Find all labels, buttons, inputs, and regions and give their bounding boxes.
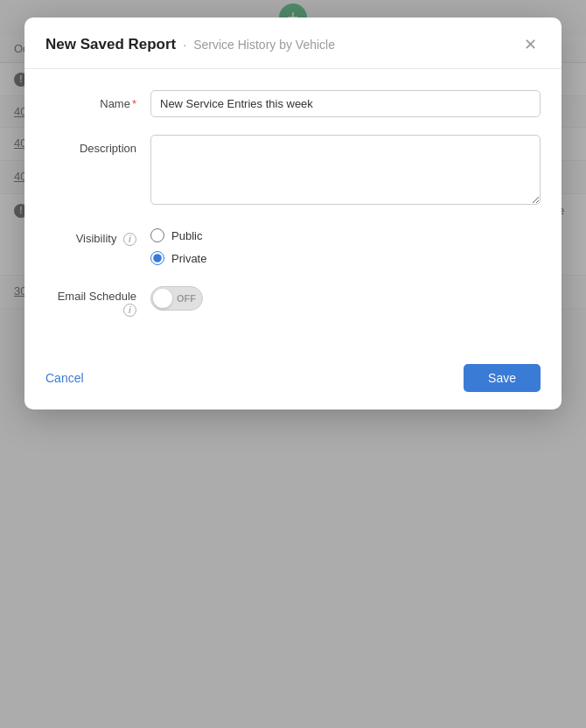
visibility-public-radio[interactable]	[150, 228, 164, 242]
email-schedule-control: OFF	[150, 283, 541, 311]
visibility-public-option[interactable]: Public	[150, 228, 541, 242]
new-saved-report-modal: New Saved Report · Service History by Ve…	[24, 18, 562, 410]
email-schedule-label: Email Schedule i	[45, 283, 150, 317]
modal-close-button[interactable]: ✕	[520, 33, 541, 56]
description-label: Description	[45, 135, 150, 155]
modal-title-sub: Service History by Vehicle	[193, 38, 335, 52]
description-field-row: Description	[45, 135, 541, 207]
cancel-button[interactable]: Cancel	[45, 366, 84, 390]
name-label: Name*	[45, 90, 150, 110]
modal-title-separator: ·	[183, 38, 186, 52]
description-textarea[interactable]	[150, 135, 541, 205]
visibility-private-radio[interactable]	[150, 251, 164, 265]
visibility-public-label: Public	[171, 229, 202, 242]
toggle-thumb	[153, 289, 172, 308]
toggle-wrapper: OFF	[150, 283, 541, 311]
email-schedule-info-icon[interactable]: i	[123, 304, 136, 317]
modal-title: New Saved Report · Service History by Ve…	[45, 36, 335, 53]
name-field-control	[150, 90, 541, 117]
required-star: *	[132, 97, 136, 110]
visibility-private-option[interactable]: Private	[150, 251, 541, 265]
visibility-private-label: Private	[171, 252, 206, 265]
modal-footer: Cancel Save	[24, 352, 562, 410]
email-schedule-field-row: Email Schedule i OFF	[45, 283, 541, 317]
name-input[interactable]	[150, 90, 541, 117]
visibility-field-row: Visibility i Public Private	[45, 225, 541, 265]
modal-header: New Saved Report · Service History by Ve…	[24, 18, 562, 69]
description-field-control	[150, 135, 541, 207]
visibility-radio-group: Public Private	[150, 225, 541, 265]
toggle-state-label: OFF	[177, 293, 196, 304]
toggle-track: OFF	[150, 286, 203, 311]
email-schedule-toggle[interactable]: OFF	[150, 286, 203, 311]
visibility-label: Visibility i	[45, 225, 150, 246]
modal-title-main: New Saved Report	[45, 36, 176, 53]
name-field-row: Name*	[45, 90, 541, 117]
save-button[interactable]: Save	[464, 364, 541, 392]
visibility-field-control: Public Private	[150, 225, 541, 265]
visibility-info-icon[interactable]: i	[123, 233, 136, 246]
modal-body: Name* Description Visibility i	[24, 69, 562, 352]
